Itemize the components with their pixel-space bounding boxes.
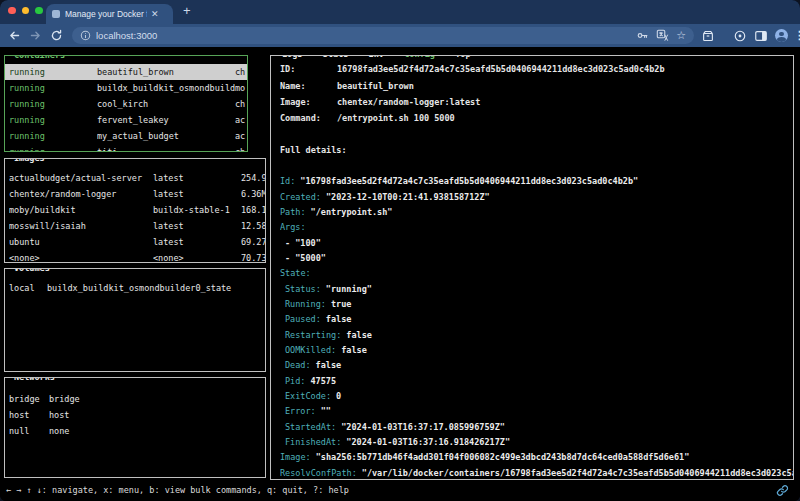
detail-value: "16798fad3ee5d2f4d72a4c7c35eafd5b5d04069…: [300, 176, 638, 186]
detail-key: Id:: [280, 176, 295, 186]
detail-tab[interactable]: Env: [348, 55, 384, 59]
side-panel-icon[interactable]: [754, 29, 768, 43]
detail-tab[interactable]: Config: [384, 55, 435, 59]
translate-icon[interactable]: [656, 29, 669, 42]
image-tag: buildx-stable-1: [153, 205, 241, 215]
detail-line: ResolvConfPath: "/var/lib/docker/contain…: [280, 465, 793, 480]
detail-value: 0: [336, 391, 341, 401]
tab-favicon-icon: [52, 10, 60, 18]
network-name: none: [49, 426, 69, 436]
container-image: mo: [235, 83, 247, 93]
minimize-window-button[interactable]: [22, 7, 30, 15]
tab-close-icon[interactable]: ✕: [151, 10, 159, 19]
detail-value: true: [331, 299, 351, 309]
back-icon[interactable]: [6, 28, 22, 44]
container-image: ch: [235, 147, 247, 152]
container-name: buildx_buildkit_osmondbuilder0: [97, 83, 235, 93]
network-driver: bridge: [9, 394, 49, 404]
extension-icon[interactable]: [733, 29, 747, 43]
networks-panel: Networks bridge bridge host host null: [4, 377, 266, 478]
image-name: <none>: [9, 253, 153, 263]
detail-line: Args:: [280, 220, 793, 235]
detail-value: false: [316, 360, 342, 370]
summary-value: 16798fad3ee5d2f4d72a4c7c35eafd5b5d040694…: [337, 64, 665, 74]
detail-key: Args:: [280, 222, 306, 232]
detail-line: Paused: false: [280, 312, 793, 327]
detail-tab[interactable]: Stats: [302, 55, 348, 59]
detail-line: Pid: 47575: [280, 373, 793, 388]
detail-tabs: Logs Stats Env Config Top: [279, 55, 474, 59]
detail-line: Dead: false: [280, 358, 793, 373]
detail-key: Pid:: [285, 376, 305, 386]
network-row[interactable]: null none: [5, 423, 265, 439]
network-row[interactable]: host host: [5, 407, 265, 423]
image-row[interactable]: chentex/random-logger latest 6.36MB: [5, 186, 265, 202]
save-box-icon[interactable]: [701, 29, 715, 43]
container-row[interactable]: running beautiful_brown ch: [5, 64, 247, 80]
image-row[interactable]: moby/buildkit buildx-stable-1 168.13MB: [5, 202, 265, 218]
detail-key: OOMKilled:: [285, 345, 336, 355]
network-driver: null: [9, 426, 49, 436]
docker-tui: Containers running beautiful_brown ch ru…: [0, 47, 800, 501]
site-info-icon[interactable]: [80, 27, 91, 45]
detail-key: Path:: [280, 207, 306, 217]
containers-list: running beautiful_brown ch running build…: [5, 56, 247, 152]
volume-driver: local: [9, 283, 47, 293]
profile-avatar[interactable]: [775, 29, 788, 42]
detail-key: Created:: [280, 192, 321, 202]
image-tag: latest: [153, 173, 241, 183]
network-name: bridge: [49, 394, 80, 404]
container-row[interactable]: running titi ch: [5, 144, 247, 152]
containers-panel-title: Containers: [11, 55, 68, 60]
new-tab-button[interactable]: +: [183, 3, 191, 18]
volume-row[interactable]: local buildx_buildkit_osmondbuilder0_sta…: [5, 280, 265, 296]
container-row[interactable]: running fervent_leakey ac: [5, 112, 247, 128]
tab-title: Manage your Docker fleet wi: [65, 9, 147, 19]
network-name: host: [49, 410, 69, 420]
forward-icon[interactable]: [27, 28, 43, 44]
password-key-icon[interactable]: [636, 29, 649, 42]
container-row[interactable]: running buildx_buildkit_osmondbuilder0 m…: [5, 80, 247, 96]
url-text[interactable]: localhost:3000: [96, 30, 629, 41]
detail-line: OOMKilled: false: [280, 342, 793, 357]
image-row[interactable]: mosswill/isaiah latest 12.58MB: [5, 218, 265, 234]
detail-value: "2023-12-10T00:21:41.938158712Z": [326, 192, 490, 202]
detail-line: Error: "": [280, 404, 793, 419]
container-status: running: [9, 99, 97, 109]
image-name: mosswill/isaiah: [9, 221, 153, 231]
detail-tab[interactable]: Logs: [282, 55, 302, 59]
container-image: ac: [235, 131, 247, 141]
image-name: actualbudget/actual-server: [9, 173, 153, 183]
image-row[interactable]: ubuntu latest 69.27MB: [5, 234, 265, 250]
image-size: 69.27MB: [241, 237, 265, 247]
images-panel: Images actualbudget/actual-server latest…: [4, 158, 266, 263]
zoom-window-button[interactable]: [35, 7, 43, 15]
summary-value: beautiful_brown: [337, 81, 414, 91]
browser-menu-icon[interactable]: ⋮: [794, 29, 800, 42]
browser-tab[interactable]: Manage your Docker fleet wi ✕: [46, 4, 173, 24]
summary-label: ID:: [280, 64, 337, 74]
container-name: my_actual_budget: [97, 131, 235, 141]
container-status: running: [9, 147, 97, 152]
image-row[interactable]: <none> <none> 70.73MB: [5, 250, 265, 263]
container-name: cool_kirch: [97, 99, 235, 109]
detail-line: Restarting: false: [280, 327, 793, 342]
close-window-button[interactable]: [8, 7, 16, 15]
summary-row: Name: beautiful_brown: [280, 77, 793, 93]
reload-icon[interactable]: [48, 28, 64, 44]
link-icon[interactable]: [776, 484, 789, 499]
image-row[interactable]: actualbudget/actual-server latest 254.96…: [5, 170, 265, 186]
summary-value: chentex/random-logger:latest: [337, 97, 480, 107]
container-row[interactable]: running my_actual_budget ac: [5, 128, 247, 144]
detail-key: Dead:: [285, 360, 311, 370]
container-row[interactable]: running cool_kirch ch: [5, 96, 247, 112]
summary-row: Image: chentex/random-logger:latest: [280, 94, 793, 110]
container-image: ac: [235, 115, 247, 125]
bookmark-star-icon[interactable]: ☆: [676, 30, 686, 41]
images-panel-title: Images: [11, 158, 48, 163]
detail-tab[interactable]: Top: [435, 55, 471, 59]
detail-line: - "5000": [280, 250, 793, 265]
network-row[interactable]: bridge bridge: [5, 391, 265, 407]
url-bar[interactable]: localhost:3000 ☆: [72, 27, 694, 44]
detail-value: false: [341, 345, 367, 355]
